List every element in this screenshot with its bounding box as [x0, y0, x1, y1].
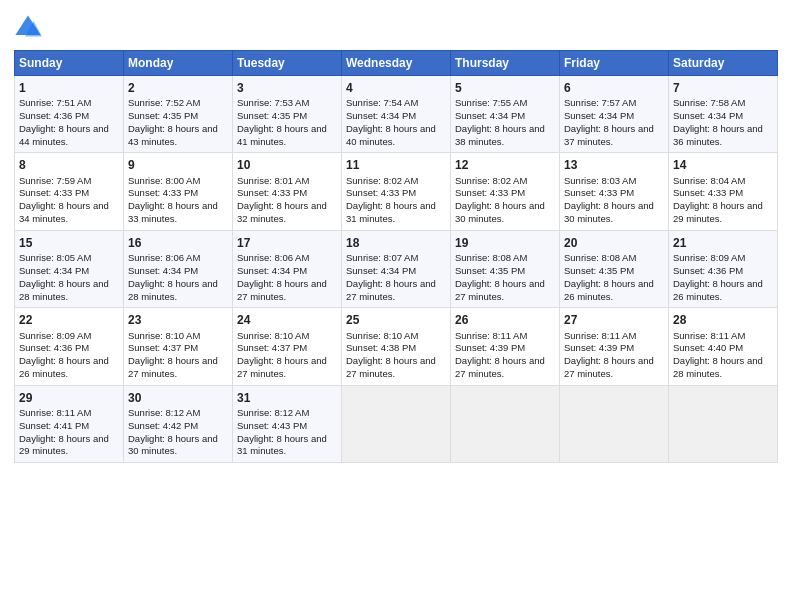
- sunset: Sunset: 4:36 PM: [673, 265, 743, 276]
- sunset: Sunset: 4:39 PM: [564, 342, 634, 353]
- daylight: Daylight: 8 hours and 37 minutes.: [564, 123, 654, 147]
- sunrise: Sunrise: 8:08 AM: [564, 252, 636, 263]
- sunset: Sunset: 4:34 PM: [19, 265, 89, 276]
- daylight: Daylight: 8 hours and 33 minutes.: [128, 200, 218, 224]
- sunrise: Sunrise: 8:05 AM: [19, 252, 91, 263]
- sunset: Sunset: 4:34 PM: [346, 265, 416, 276]
- sunrise: Sunrise: 7:57 AM: [564, 97, 636, 108]
- sunset: Sunset: 4:33 PM: [564, 187, 634, 198]
- calendar-cell: 30Sunrise: 8:12 AMSunset: 4:42 PMDayligh…: [124, 385, 233, 462]
- day-header-thursday: Thursday: [451, 51, 560, 76]
- sunrise: Sunrise: 7:59 AM: [19, 175, 91, 186]
- sunset: Sunset: 4:36 PM: [19, 110, 89, 121]
- calendar-cell: 13Sunrise: 8:03 AMSunset: 4:33 PMDayligh…: [560, 153, 669, 230]
- day-number: 2: [128, 80, 228, 96]
- calendar-cell: [451, 385, 560, 462]
- calendar-cell: 18Sunrise: 8:07 AMSunset: 4:34 PMDayligh…: [342, 230, 451, 307]
- daylight: Daylight: 8 hours and 31 minutes.: [346, 200, 436, 224]
- daylight: Daylight: 8 hours and 27 minutes.: [237, 278, 327, 302]
- calendar-cell: 10Sunrise: 8:01 AMSunset: 4:33 PMDayligh…: [233, 153, 342, 230]
- sunrise: Sunrise: 8:11 AM: [564, 330, 636, 341]
- day-number: 26: [455, 312, 555, 328]
- daylight: Daylight: 8 hours and 41 minutes.: [237, 123, 327, 147]
- sunrise: Sunrise: 8:07 AM: [346, 252, 418, 263]
- daylight: Daylight: 8 hours and 27 minutes.: [564, 355, 654, 379]
- daylight: Daylight: 8 hours and 31 minutes.: [237, 433, 327, 457]
- sunset: Sunset: 4:35 PM: [455, 265, 525, 276]
- sunset: Sunset: 4:43 PM: [237, 420, 307, 431]
- day-number: 12: [455, 157, 555, 173]
- day-number: 6: [564, 80, 664, 96]
- day-number: 31: [237, 390, 337, 406]
- sunset: Sunset: 4:34 PM: [455, 110, 525, 121]
- calendar-cell: 16Sunrise: 8:06 AMSunset: 4:34 PMDayligh…: [124, 230, 233, 307]
- sunrise: Sunrise: 8:12 AM: [128, 407, 200, 418]
- sunset: Sunset: 4:33 PM: [455, 187, 525, 198]
- day-number: 22: [19, 312, 119, 328]
- sunrise: Sunrise: 8:03 AM: [564, 175, 636, 186]
- calendar-cell: 25Sunrise: 8:10 AMSunset: 4:38 PMDayligh…: [342, 308, 451, 385]
- day-number: 30: [128, 390, 228, 406]
- sunset: Sunset: 4:35 PM: [564, 265, 634, 276]
- calendar-cell: 21Sunrise: 8:09 AMSunset: 4:36 PMDayligh…: [669, 230, 778, 307]
- calendar-week-2: 8Sunrise: 7:59 AMSunset: 4:33 PMDaylight…: [15, 153, 778, 230]
- sunset: Sunset: 4:36 PM: [19, 342, 89, 353]
- sunrise: Sunrise: 8:09 AM: [673, 252, 745, 263]
- day-number: 8: [19, 157, 119, 173]
- day-number: 21: [673, 235, 773, 251]
- day-number: 9: [128, 157, 228, 173]
- calendar-cell: 24Sunrise: 8:10 AMSunset: 4:37 PMDayligh…: [233, 308, 342, 385]
- sunrise: Sunrise: 8:01 AM: [237, 175, 309, 186]
- sunrise: Sunrise: 8:11 AM: [455, 330, 527, 341]
- daylight: Daylight: 8 hours and 32 minutes.: [237, 200, 327, 224]
- sunset: Sunset: 4:33 PM: [673, 187, 743, 198]
- sunset: Sunset: 4:33 PM: [19, 187, 89, 198]
- calendar-cell: 17Sunrise: 8:06 AMSunset: 4:34 PMDayligh…: [233, 230, 342, 307]
- daylight: Daylight: 8 hours and 29 minutes.: [673, 200, 763, 224]
- day-number: 5: [455, 80, 555, 96]
- daylight: Daylight: 8 hours and 27 minutes.: [237, 355, 327, 379]
- calendar-cell: 15Sunrise: 8:05 AMSunset: 4:34 PMDayligh…: [15, 230, 124, 307]
- day-number: 7: [673, 80, 773, 96]
- calendar-week-1: 1Sunrise: 7:51 AMSunset: 4:36 PMDaylight…: [15, 76, 778, 153]
- calendar-cell: 11Sunrise: 8:02 AMSunset: 4:33 PMDayligh…: [342, 153, 451, 230]
- sunset: Sunset: 4:41 PM: [19, 420, 89, 431]
- sunrise: Sunrise: 8:10 AM: [237, 330, 309, 341]
- sunrise: Sunrise: 7:53 AM: [237, 97, 309, 108]
- day-number: 19: [455, 235, 555, 251]
- sunrise: Sunrise: 8:04 AM: [673, 175, 745, 186]
- sunrise: Sunrise: 8:08 AM: [455, 252, 527, 263]
- daylight: Daylight: 8 hours and 27 minutes.: [346, 355, 436, 379]
- day-number: 29: [19, 390, 119, 406]
- sunrise: Sunrise: 7:51 AM: [19, 97, 91, 108]
- calendar-cell: 9Sunrise: 8:00 AMSunset: 4:33 PMDaylight…: [124, 153, 233, 230]
- sunrise: Sunrise: 8:11 AM: [19, 407, 91, 418]
- sunset: Sunset: 4:39 PM: [455, 342, 525, 353]
- calendar-cell: 4Sunrise: 7:54 AMSunset: 4:34 PMDaylight…: [342, 76, 451, 153]
- calendar-cell: 7Sunrise: 7:58 AMSunset: 4:34 PMDaylight…: [669, 76, 778, 153]
- daylight: Daylight: 8 hours and 26 minutes.: [673, 278, 763, 302]
- day-number: 15: [19, 235, 119, 251]
- sunset: Sunset: 4:40 PM: [673, 342, 743, 353]
- sunrise: Sunrise: 7:58 AM: [673, 97, 745, 108]
- sunrise: Sunrise: 7:54 AM: [346, 97, 418, 108]
- daylight: Daylight: 8 hours and 40 minutes.: [346, 123, 436, 147]
- day-number: 16: [128, 235, 228, 251]
- daylight: Daylight: 8 hours and 43 minutes.: [128, 123, 218, 147]
- calendar-cell: 27Sunrise: 8:11 AMSunset: 4:39 PMDayligh…: [560, 308, 669, 385]
- daylight: Daylight: 8 hours and 27 minutes.: [455, 355, 545, 379]
- sunrise: Sunrise: 8:00 AM: [128, 175, 200, 186]
- daylight: Daylight: 8 hours and 30 minutes.: [128, 433, 218, 457]
- daylight: Daylight: 8 hours and 28 minutes.: [19, 278, 109, 302]
- daylight: Daylight: 8 hours and 27 minutes.: [128, 355, 218, 379]
- day-number: 14: [673, 157, 773, 173]
- calendar-cell: 3Sunrise: 7:53 AMSunset: 4:35 PMDaylight…: [233, 76, 342, 153]
- calendar-cell: [669, 385, 778, 462]
- calendar-cell: 5Sunrise: 7:55 AMSunset: 4:34 PMDaylight…: [451, 76, 560, 153]
- day-number: 28: [673, 312, 773, 328]
- sunset: Sunset: 4:37 PM: [128, 342, 198, 353]
- day-number: 27: [564, 312, 664, 328]
- sunset: Sunset: 4:34 PM: [128, 265, 198, 276]
- logo: [14, 14, 46, 42]
- day-header-monday: Monday: [124, 51, 233, 76]
